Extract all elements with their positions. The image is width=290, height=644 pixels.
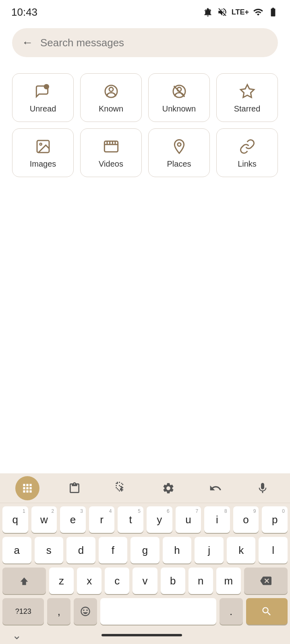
key-k[interactable]: k <box>227 537 256 564</box>
filter-starred[interactable]: Starred <box>216 73 278 122</box>
keyboard-toolbar <box>0 473 290 503</box>
images-label: Images <box>30 159 56 169</box>
search-bar: ← <box>12 28 278 57</box>
location-pin-icon <box>171 138 187 155</box>
content-area <box>0 185 290 378</box>
backspace-key[interactable] <box>244 568 288 594</box>
key-o[interactable]: o9 <box>233 506 259 533</box>
known-label: Known <box>99 104 123 114</box>
key-g[interactable]: g <box>130 537 160 564</box>
filter-videos[interactable]: Videos <box>80 128 142 177</box>
image-icon <box>35 138 51 155</box>
key-b[interactable]: b <box>161 568 185 594</box>
key-rows: q1 w2 e3 r4 t5 y6 u7 i8 o9 p0 a s d f g … <box>0 503 290 626</box>
lte-label: LTE+ <box>232 8 249 17</box>
search-input[interactable] <box>40 37 268 49</box>
keyboard-bottom: ⌄ <box>0 626 290 644</box>
key-h[interactable]: h <box>163 537 192 564</box>
chevron-down-icon[interactable]: ⌄ <box>12 629 21 642</box>
period-key[interactable]: . <box>220 598 243 625</box>
status-bar: 10:43 LTE+ <box>0 0 290 24</box>
key-row-1: q1 w2 e3 r4 t5 y6 u7 i8 o9 p0 <box>2 506 288 533</box>
key-r[interactable]: r4 <box>89 506 115 533</box>
search-key[interactable] <box>246 598 288 625</box>
key-i[interactable]: i8 <box>204 506 230 533</box>
keyboard-undo-button[interactable] <box>203 476 228 500</box>
links-label: Links <box>238 159 257 169</box>
key-s[interactable]: s <box>35 537 64 564</box>
space-key[interactable] <box>100 598 216 625</box>
key-t[interactable]: t5 <box>118 506 143 533</box>
alarm-icon <box>203 7 213 17</box>
key-row-4: ?123 , . <box>2 598 288 625</box>
filter-places[interactable]: Places <box>148 128 210 177</box>
cursor-icon <box>115 482 128 495</box>
filter-unknown[interactable]: Unknown <box>148 73 210 122</box>
emoji-icon <box>80 606 91 617</box>
svg-point-2 <box>109 87 113 91</box>
svg-point-0 <box>44 84 49 89</box>
key-e[interactable]: e3 <box>60 506 86 533</box>
chat-badge-icon <box>35 83 51 99</box>
keyboard: q1 w2 e3 r4 t5 y6 u7 i8 o9 p0 a s d f g … <box>0 473 290 644</box>
unknown-label: Unknown <box>162 104 196 114</box>
key-c[interactable]: c <box>105 568 129 594</box>
emoji-key[interactable] <box>74 598 97 625</box>
key-x[interactable]: x <box>77 568 102 594</box>
key-z[interactable]: z <box>49 568 74 594</box>
key-row-3: z x c v b n m <box>2 568 288 594</box>
shift-icon <box>19 575 30 586</box>
num-sym-key[interactable]: ?123 <box>2 598 44 625</box>
svg-point-5 <box>177 87 181 91</box>
key-a[interactable]: a <box>2 537 31 564</box>
undo-icon <box>209 482 222 495</box>
key-d[interactable]: d <box>66 537 95 564</box>
status-time: 10:43 <box>11 6 37 19</box>
status-icons: LTE+ <box>203 7 279 17</box>
key-row-2: a s d f g h j k l <box>2 537 288 564</box>
star-icon <box>239 83 255 99</box>
apps-icon <box>21 482 34 495</box>
search-bar-container: ← <box>0 24 290 65</box>
battery-icon <box>267 7 279 17</box>
starred-label: Starred <box>234 104 261 114</box>
clipboard-icon <box>68 482 81 495</box>
mic-icon <box>256 482 269 495</box>
filter-grid: Unread Known Unknown Starred <box>0 65 290 185</box>
key-v[interactable]: v <box>133 568 157 594</box>
keyboard-clipboard-button[interactable] <box>62 476 87 500</box>
gear-icon <box>162 482 175 495</box>
places-label: Places <box>167 159 191 169</box>
search-icon <box>261 606 272 617</box>
filter-links[interactable]: Links <box>216 128 278 177</box>
link-icon <box>239 138 255 155</box>
svg-point-15 <box>177 143 180 146</box>
key-y[interactable]: y6 <box>147 506 172 533</box>
person-off-icon <box>171 83 187 99</box>
key-q[interactable]: q1 <box>2 506 28 533</box>
filter-unread[interactable]: Unread <box>12 73 74 122</box>
keyboard-settings-button[interactable] <box>156 476 180 500</box>
filter-known[interactable]: Known <box>80 73 142 122</box>
signal-icon <box>253 7 263 17</box>
key-m[interactable]: m <box>216 568 241 594</box>
key-w[interactable]: w2 <box>31 506 57 533</box>
shift-key[interactable] <box>2 568 46 594</box>
svg-point-8 <box>39 143 41 145</box>
backspace-icon <box>260 575 271 586</box>
comma-key[interactable]: , <box>47 598 70 625</box>
filter-images[interactable]: Images <box>12 128 74 177</box>
videos-label: Videos <box>99 159 123 169</box>
back-button[interactable]: ← <box>22 36 33 49</box>
key-u[interactable]: u7 <box>176 506 201 533</box>
unread-label: Unread <box>30 104 56 114</box>
key-f[interactable]: f <box>99 537 128 564</box>
key-l[interactable]: l <box>259 537 288 564</box>
key-n[interactable]: n <box>188 568 213 594</box>
keyboard-cursor-button[interactable] <box>110 476 134 500</box>
keyboard-mic-button[interactable] <box>251 476 275 500</box>
svg-rect-9 <box>104 141 118 152</box>
key-p[interactable]: p0 <box>262 506 288 533</box>
keyboard-apps-button[interactable] <box>15 476 39 500</box>
key-j[interactable]: j <box>195 537 224 564</box>
